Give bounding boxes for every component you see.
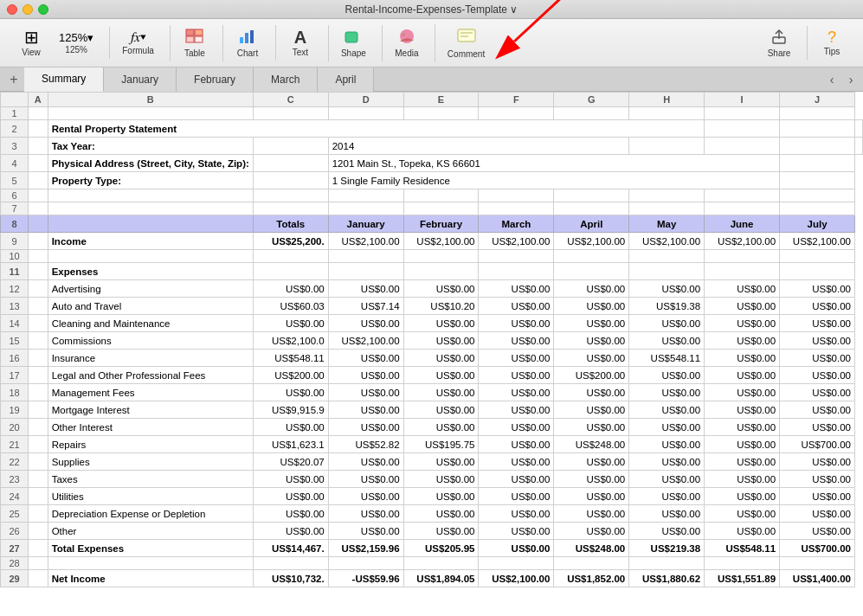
cell[interactable] [629, 557, 705, 570]
jun-header-cell[interactable]: June [705, 215, 780, 233]
expense-jul[interactable]: US$0.00 [780, 419, 855, 436]
formula-button[interactable]: 𝑓𝑥▾ Formula [115, 27, 161, 59]
cell[interactable] [48, 250, 253, 263]
expense-feb[interactable]: US$0.00 [403, 453, 479, 471]
net-income-jan[interactable]: -US$59.96 [328, 570, 403, 587]
cell[interactable] [629, 138, 705, 155]
cell[interactable] [29, 523, 48, 540]
expense-jan[interactable]: US$0.00 [328, 505, 403, 523]
cell[interactable] [29, 155, 48, 172]
cell[interactable] [780, 263, 855, 280]
tax-year-label-cell[interactable]: Tax Year: [48, 138, 253, 155]
net-income-jun[interactable]: US$1,551.89 [705, 570, 780, 587]
expense-totals[interactable]: US$0.00 [253, 471, 328, 488]
expense-totals[interactable]: US$0.00 [253, 488, 328, 505]
cell[interactable] [253, 138, 328, 155]
share-button[interactable]: Share [760, 25, 798, 61]
cell[interactable] [328, 250, 403, 263]
cell[interactable] [29, 189, 48, 202]
cell[interactable] [48, 202, 253, 215]
net-income-totals[interactable]: US$10,732. [253, 570, 328, 587]
expense-may[interactable]: US$19.38 [629, 298, 705, 315]
media-button[interactable]: Media [388, 25, 426, 61]
expense-may[interactable]: US$0.00 [629, 280, 705, 298]
tax-year-value-cell[interactable]: 2014 [328, 138, 629, 155]
expense-label[interactable]: Mortgage Interest [48, 401, 253, 419]
cell[interactable] [780, 107, 855, 120]
address-label-cell[interactable]: Physical Address (Street, City, State, Z… [48, 155, 253, 172]
cell[interactable] [554, 189, 629, 202]
expense-may[interactable]: US$548.11 [629, 350, 705, 367]
expense-apr[interactable]: US$0.00 [554, 488, 629, 505]
cell[interactable] [48, 215, 253, 233]
expense-apr[interactable]: US$0.00 [554, 350, 629, 367]
expense-mar[interactable]: US$0.00 [479, 436, 554, 453]
cell[interactable] [29, 488, 48, 505]
expense-jul[interactable]: US$0.00 [780, 401, 855, 419]
expense-mar[interactable]: US$0.00 [479, 298, 554, 315]
expense-may[interactable]: US$0.00 [629, 488, 705, 505]
expense-jan[interactable]: US$0.00 [328, 315, 403, 332]
expense-may[interactable]: US$0.00 [629, 505, 705, 523]
expense-feb[interactable]: US$195.75 [403, 436, 479, 453]
expense-jun[interactable]: US$0.00 [705, 298, 780, 315]
expense-totals[interactable]: US$548.11 [253, 350, 328, 367]
expense-mar[interactable]: US$0.00 [479, 384, 554, 401]
cell[interactable] [780, 120, 855, 138]
tab-next-button[interactable]: › [842, 71, 860, 88]
total-expenses-totals[interactable]: US$14,467. [253, 540, 328, 557]
expense-may[interactable]: US$0.00 [629, 315, 705, 332]
expense-jun[interactable]: US$0.00 [705, 367, 780, 384]
expense-label[interactable]: Repairs [48, 436, 253, 453]
cell[interactable] [554, 202, 629, 215]
expense-jul[interactable]: US$700.00 [780, 436, 855, 453]
cell[interactable] [29, 384, 48, 401]
cell[interactable] [29, 453, 48, 471]
expense-jun[interactable]: US$0.00 [705, 350, 780, 367]
expense-feb[interactable]: US$0.00 [403, 367, 479, 384]
cell[interactable] [48, 557, 253, 570]
cell[interactable] [403, 107, 479, 120]
expense-jan[interactable]: US$0.00 [328, 471, 403, 488]
expense-jan[interactable]: US$0.00 [328, 488, 403, 505]
cell[interactable] [253, 557, 328, 570]
expense-jan[interactable]: US$0.00 [328, 280, 403, 298]
cell[interactable] [403, 250, 479, 263]
expense-apr[interactable]: US$248.00 [554, 436, 629, 453]
expense-label[interactable]: Auto and Travel [48, 298, 253, 315]
expense-feb[interactable]: US$0.00 [403, 505, 479, 523]
expense-may[interactable]: US$0.00 [629, 436, 705, 453]
cell[interactable] [554, 263, 629, 280]
cell[interactable] [780, 250, 855, 263]
income-feb-cell[interactable]: US$2,100.00 [403, 233, 479, 250]
expense-totals[interactable]: US$60.03 [253, 298, 328, 315]
cell[interactable] [253, 107, 328, 120]
expense-jun[interactable]: US$0.00 [705, 315, 780, 332]
expense-jul[interactable]: US$0.00 [780, 471, 855, 488]
total-expenses-apr[interactable]: US$248.00 [554, 540, 629, 557]
expense-feb[interactable]: US$0.00 [403, 384, 479, 401]
cell[interactable] [29, 120, 48, 138]
expense-jul[interactable]: US$0.00 [780, 280, 855, 298]
expense-jan[interactable]: US$0.00 [328, 401, 403, 419]
expense-mar[interactable]: US$0.00 [479, 419, 554, 436]
cell[interactable] [403, 557, 479, 570]
cell[interactable] [705, 250, 780, 263]
expense-may[interactable]: US$0.00 [629, 419, 705, 436]
cell[interactable] [629, 189, 705, 202]
cell[interactable] [780, 202, 855, 215]
add-tab-button[interactable]: + [3, 69, 24, 90]
expense-jun[interactable]: US$0.00 [705, 332, 780, 350]
cell[interactable] [29, 332, 48, 350]
expense-totals[interactable]: US$0.00 [253, 523, 328, 540]
expense-jul[interactable]: US$0.00 [780, 488, 855, 505]
expense-jun[interactable]: US$0.00 [705, 505, 780, 523]
expense-apr[interactable]: US$0.00 [554, 332, 629, 350]
expense-jan[interactable]: US$0.00 [328, 367, 403, 384]
expense-mar[interactable]: US$0.00 [479, 401, 554, 419]
spreadsheet-title-cell[interactable]: Rental Property Statement [48, 120, 705, 138]
cell[interactable] [29, 540, 48, 557]
total-expenses-may[interactable]: US$219.38 [629, 540, 705, 557]
cell[interactable] [253, 202, 328, 215]
cell[interactable] [29, 505, 48, 523]
